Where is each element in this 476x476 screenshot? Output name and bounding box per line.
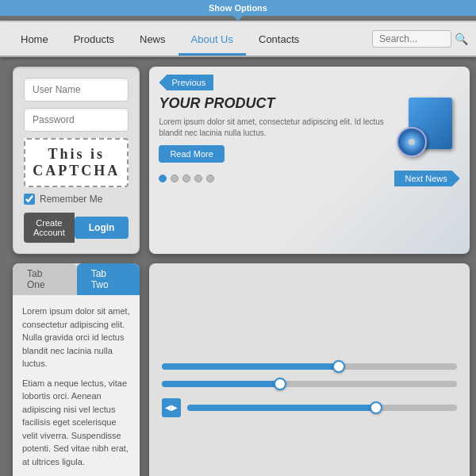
product-slider: Previous YOUR PRODUCT Lorem ipsum dolor … (149, 67, 469, 254)
slider-track-3[interactable] (187, 405, 456, 411)
slider-content: YOUR PRODUCT Lorem ipsum dolor sit amet,… (149, 95, 469, 167)
remember-row: Remember Me (24, 194, 129, 205)
slider-track-1[interactable] (162, 363, 456, 370)
slider-dots (159, 175, 214, 182)
slider-arrows-3[interactable]: ◀▶ (162, 398, 181, 417)
read-more-button[interactable]: Read More (159, 145, 224, 163)
nav-contacts[interactable]: Contacts (246, 22, 312, 56)
tab-one[interactable]: Tab One (13, 263, 77, 295)
password-input[interactable] (24, 108, 129, 132)
login-footer: Create Account Login (24, 213, 129, 243)
search-button[interactable]: 🔍 (455, 33, 468, 45)
dot-3[interactable] (182, 175, 190, 182)
slider-row-1 (162, 363, 456, 370)
slider-row-2 (162, 381, 456, 387)
nav-news[interactable]: News (127, 22, 178, 56)
slider-thumb-2[interactable] (274, 378, 286, 390)
tab-content-p1: Lorem ipsum dolor sit amet, consectetur … (22, 305, 130, 370)
dot-5[interactable] (206, 175, 214, 182)
prev-button[interactable]: Previous (159, 75, 213, 90)
tabs-header: Tab One Tab Two (13, 263, 140, 295)
create-account-button[interactable]: Create Account (24, 213, 75, 243)
slider-fill-2 (162, 381, 280, 387)
dot-4[interactable] (194, 175, 202, 182)
login-widget: This is CAPTCHA Remember Me Create Accou… (13, 67, 140, 254)
tabs-widget: Tab One Tab Two Lorem ipsum dolor sit am… (13, 263, 140, 476)
remember-checkbox[interactable] (24, 194, 35, 205)
tab-two[interactable]: Tab Two (77, 263, 140, 295)
slider-fill-3 (187, 405, 376, 411)
dot-1[interactable] (159, 175, 167, 182)
top-bar: Show Options (0, 0, 476, 16)
slider-fill-1 (162, 363, 339, 370)
product-description: Lorem ipsum dolor sit amet, consectetur … (159, 117, 388, 139)
login-button[interactable]: Login (75, 217, 129, 239)
search-input[interactable] (372, 30, 451, 48)
nav-about[interactable]: About Us (178, 22, 246, 56)
nav-home[interactable]: Home (8, 22, 61, 56)
slider-header: Previous (149, 67, 469, 95)
sliders-widget: ◀▶ (149, 263, 469, 476)
nav-products[interactable]: Products (61, 22, 127, 56)
tabs-body: Lorem ipsum dolor sit amet, consectetur … (13, 295, 140, 476)
product-disc (397, 127, 427, 157)
slider-thumb-1[interactable] (332, 360, 345, 373)
slider-track-2[interactable] (162, 381, 456, 387)
username-input[interactable] (24, 78, 129, 102)
dot-2[interactable] (171, 175, 178, 182)
slider-text: YOUR PRODUCT Lorem ipsum dolor sit amet,… (159, 95, 388, 163)
product-image (397, 98, 460, 161)
remember-label: Remember Me (40, 194, 102, 205)
slider-row-3: ◀▶ (162, 398, 456, 417)
nav-search-area: 🔍 (372, 22, 468, 56)
slider-footer: Next News (149, 167, 469, 193)
slider-thumb-3[interactable] (370, 401, 382, 414)
next-news-button[interactable]: Next News (394, 171, 460, 186)
product-title: YOUR PRODUCT (159, 95, 388, 112)
tab-content-p2: Etiam a neque lectus, vitae lobortis orc… (22, 377, 130, 469)
captcha-display: This is CAPTCHA (24, 138, 129, 187)
nav-bar: Home Products News About Us Contacts 🔍 (0, 21, 476, 57)
show-options-label[interactable]: Show Options (209, 3, 267, 13)
main-content: This is CAPTCHA Remember Me Create Accou… (0, 57, 476, 476)
